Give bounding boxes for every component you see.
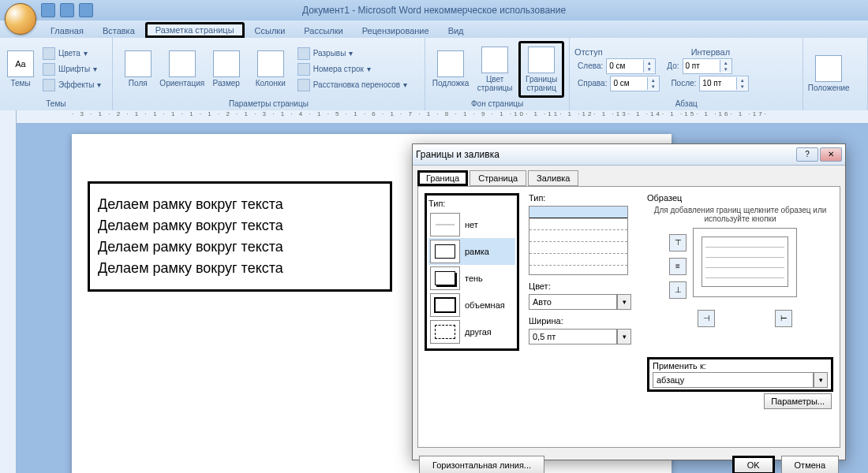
type-3d-icon — [430, 293, 460, 317]
group-para-label: Абзац — [574, 99, 798, 109]
tab-page-layout[interactable]: Разметка страницы — [145, 22, 245, 38]
title-bar: Документ1 - Microsoft Word некоммерческо… — [0, 0, 868, 20]
doc-line-2[interactable]: Делаем рамку вокруг текста — [98, 218, 382, 234]
spacing-after-spinner[interactable]: ▴▾ — [699, 76, 749, 91]
themes-icon: Aa — [7, 50, 34, 77]
chevron-down-icon[interactable]: ▾ — [814, 372, 828, 388]
horizontal-line-button[interactable]: Горизонтальная линия... — [419, 456, 544, 473]
breaks-button[interactable]: Разрывы ▾ — [294, 47, 410, 61]
group-themes-label: Темы — [5, 99, 107, 109]
width-header: Ширина: — [529, 316, 631, 326]
type-custom-icon — [430, 320, 460, 344]
tab-insert[interactable]: Вставка — [93, 24, 144, 38]
edge-top-button[interactable]: ⊤ — [669, 234, 687, 251]
doc-line-3[interactable]: Делаем рамку вокруг текста — [98, 239, 382, 255]
style-item-solid[interactable] — [529, 207, 627, 218]
type-shadow[interactable]: тень — [428, 265, 515, 292]
dialog-tabs: Граница Страница Заливка — [413, 166, 845, 186]
style-item[interactable] — [529, 254, 627, 266]
columns-button[interactable]: Колонки — [250, 43, 291, 95]
chevron-down-icon[interactable]: ▾ — [617, 329, 631, 345]
colors-label: Цвета — [58, 49, 80, 58]
themes-button[interactable]: AaТемы — [5, 43, 36, 95]
save-icon[interactable] — [41, 3, 55, 17]
theme-fonts-button[interactable]: Шрифты ▾ — [39, 62, 104, 76]
apply-to-combo[interactable]: ▾ — [653, 372, 828, 388]
tab-references[interactable]: Ссылки — [245, 24, 295, 38]
indent-header: Отступ — [574, 47, 603, 57]
fonts-icon — [43, 63, 55, 76]
page-borders-button[interactable]: Границы страниц — [518, 41, 564, 98]
page-color-button[interactable]: Цвет страницы — [474, 43, 515, 95]
doc-line-4[interactable]: Делаем рамку вокруг текста — [98, 260, 382, 277]
type-box[interactable]: рамка — [428, 238, 515, 265]
tab-home[interactable]: Главная — [41, 24, 93, 38]
doc-line-1[interactable]: Делаем рамку вокруг текста — [98, 196, 382, 213]
columns-icon — [257, 50, 284, 77]
orientation-button[interactable]: Ориентация — [162, 43, 203, 95]
edge-bottom-button[interactable]: ⊥ — [669, 281, 687, 299]
dialog-close-button[interactable]: ✕ — [820, 147, 842, 162]
orientation-icon — [169, 50, 196, 77]
tab-mailings[interactable]: Рассылки — [294, 24, 352, 38]
indent-left-spinner[interactable]: ▴▾ — [606, 58, 656, 74]
theme-effects-button[interactable]: Эффекты ▾ — [39, 78, 104, 92]
fonts-label: Шрифты — [58, 65, 90, 73]
indent-right-spinner[interactable]: ▴▾ — [610, 76, 660, 91]
spacing-before-spinner[interactable]: ▴▾ — [683, 58, 732, 74]
dialog-tab-page[interactable]: Страница — [470, 170, 526, 186]
type-custom[interactable]: другая — [428, 318, 515, 345]
undo-icon[interactable] — [60, 3, 74, 17]
style-listbox[interactable] — [529, 206, 628, 275]
group-arrange-label — [808, 107, 862, 109]
dialog-help-button[interactable]: ? — [796, 147, 818, 162]
border-type-column: Тип: нет рамка тень объемная другая — [425, 193, 519, 351]
tab-view[interactable]: Вид — [439, 24, 473, 38]
edge-middle-button[interactable]: ≡ — [669, 258, 687, 275]
edge-right-button[interactable]: ⊢ — [775, 310, 792, 327]
redo-icon[interactable] — [79, 3, 93, 17]
preview-header: Образец — [647, 193, 833, 203]
position-icon — [815, 55, 842, 82]
dialog-titlebar[interactable]: Границы и заливка ? ✕ — [413, 144, 845, 166]
width-combo[interactable]: ▾ — [529, 329, 631, 345]
margins-button[interactable]: Поля — [118, 43, 159, 95]
style-item[interactable] — [529, 218, 627, 230]
type-none[interactable]: нет — [428, 211, 515, 238]
type-none-icon — [430, 213, 460, 236]
color-combo[interactable]: ▾ — [529, 294, 631, 310]
preview-hint: Для добавления границ щелкните образец и… — [647, 206, 833, 223]
spacing-before-label: До: — [667, 61, 679, 70]
group-bg-label: Фон страницы — [430, 99, 564, 109]
chevron-down-icon[interactable]: ▾ — [617, 294, 631, 310]
hyphenation-button[interactable]: Расстановка переносов ▾ — [294, 78, 410, 92]
dialog-tab-border[interactable]: Граница — [417, 170, 468, 186]
size-button[interactable]: Размер — [206, 43, 247, 95]
vertical-ruler[interactable] — [0, 110, 17, 473]
position-button[interactable]: Положение — [808, 47, 849, 99]
options-button[interactable]: Параметры... — [764, 393, 832, 409]
indent-right-label: Справа: — [578, 79, 607, 88]
dialog-tab-shading[interactable]: Заливка — [528, 170, 578, 186]
line-numbers-button[interactable]: Номера строк ▾ — [294, 62, 410, 76]
type-3d[interactable]: объемная — [428, 292, 515, 318]
effects-icon — [43, 79, 55, 91]
office-button[interactable] — [5, 3, 36, 35]
edge-left-button[interactable]: ⊣ — [698, 310, 715, 327]
tab-review[interactable]: Рецензирование — [353, 24, 439, 38]
ribbon-tabs: Главная Вставка Разметка страницы Ссылки… — [0, 20, 868, 38]
horizontal-ruler[interactable]: · 3 · 1 · 2 · 1 · 1 · 1 · 1 · 1 · 2 · 1 … — [17, 110, 868, 124]
ok-button[interactable]: OK — [732, 456, 775, 473]
window-title: Документ1 - Microsoft Word некоммерческо… — [302, 5, 566, 16]
dialog-body: Тип: нет рамка тень объемная другая Тип:… — [417, 186, 840, 448]
dialog-title-text: Границы и заливка — [416, 149, 499, 160]
cancel-button[interactable]: Отмена — [781, 456, 839, 473]
style-item[interactable] — [529, 230, 627, 242]
theme-colors-button[interactable]: Цвета ▾ — [39, 47, 104, 61]
breaks-icon — [297, 47, 310, 60]
preview-box[interactable] — [693, 228, 797, 297]
ribbon: AaТемы Цвета ▾ Шрифты ▾ Эффекты ▾ Темы П… — [0, 38, 868, 111]
hyphenation-label: Расстановка переносов — [313, 80, 400, 89]
watermark-button[interactable]: Подложка — [430, 43, 471, 95]
style-item[interactable] — [529, 242, 627, 254]
